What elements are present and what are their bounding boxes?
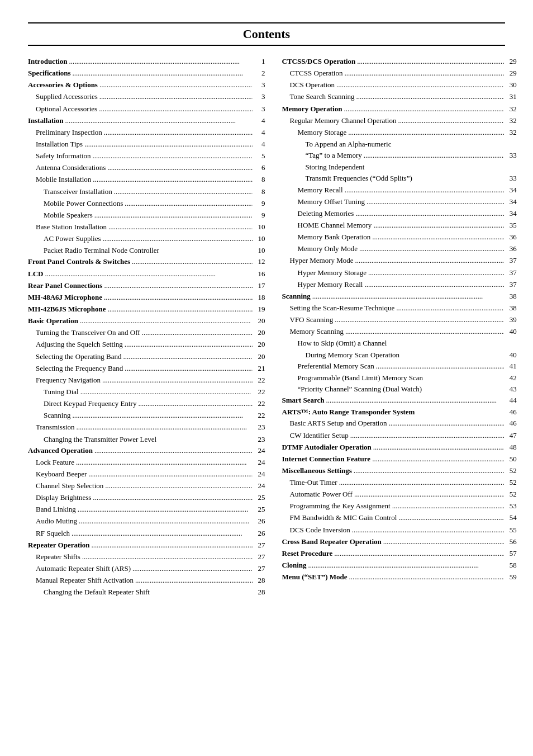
entry-page: 27 bbox=[254, 551, 265, 563]
toc-entry: How to Skip (Omit) a Channel bbox=[282, 338, 517, 349]
entry-dots: ........................................… bbox=[142, 327, 253, 339]
entry-page: 37 bbox=[506, 267, 517, 278]
entry-page: 24 bbox=[254, 445, 265, 456]
toc-entry: Changing the Default Repeater Shift 28 bbox=[28, 587, 265, 598]
toc-entry: LCD ....................................… bbox=[28, 268, 265, 280]
toc-entry: Optional Accessories ...................… bbox=[28, 103, 265, 115]
entry-page: 55 bbox=[506, 525, 517, 536]
toc-entry: ARTS™: Auto Range Transponder System 46 bbox=[282, 407, 517, 418]
entry-dots: ........................................… bbox=[398, 512, 503, 524]
toc-entry: Specifications .........................… bbox=[28, 68, 265, 79]
entry-dots: ........................................… bbox=[349, 571, 504, 583]
entry-label: DCS Code Inversion bbox=[282, 525, 350, 536]
entry-page: 4 bbox=[254, 139, 265, 150]
entry-dots: ........................................… bbox=[359, 243, 504, 255]
entry-label: Memory Offset Tuning bbox=[282, 196, 365, 207]
entry-page: 53 bbox=[506, 500, 517, 512]
entry-dots: ........................................… bbox=[132, 563, 252, 575]
entry-label: Lock Feature bbox=[28, 457, 74, 468]
entry-page: 33 bbox=[506, 150, 517, 161]
entry-dots: ........................................… bbox=[93, 150, 253, 162]
toc-entry: VFO Scanning ...........................… bbox=[282, 314, 517, 326]
entry-page: 22 bbox=[254, 398, 265, 409]
entry-dots: ........................................… bbox=[392, 500, 504, 512]
entry-label: Repeater Shifts bbox=[28, 551, 80, 563]
entry-page: 26 bbox=[254, 516, 265, 527]
entry-dots bbox=[423, 391, 505, 391]
entry-label: To Append an Alpha-numeric bbox=[282, 139, 392, 150]
toc-entry: Installation ...........................… bbox=[28, 115, 265, 127]
entry-label: Changing the Default Repeater Shift bbox=[28, 587, 150, 598]
entry-label: DTMF Autodialer Operation bbox=[282, 442, 372, 453]
toc-entry: Band Linking ...........................… bbox=[28, 504, 265, 516]
entry-label: Scanning bbox=[282, 291, 311, 302]
toc-entry: Automatic Power Off ....................… bbox=[282, 489, 517, 500]
toc-entry: Regular Memory Channel Operation .......… bbox=[282, 115, 517, 127]
entry-dots: ........................................… bbox=[103, 233, 253, 245]
entry-dots: ........................................… bbox=[93, 174, 252, 186]
toc-entry: Setting the Scan-Resume Technique ......… bbox=[282, 303, 517, 314]
toc-entry: Time-Out Timer .........................… bbox=[282, 477, 517, 489]
entry-dots: ........................................… bbox=[354, 465, 504, 477]
entry-label: Storing Independent bbox=[282, 162, 365, 173]
entry-dots: ........................................… bbox=[88, 469, 252, 480]
toc-entry: MH-42B6JS Microphone ...................… bbox=[28, 304, 265, 315]
entry-page: 24 bbox=[254, 480, 265, 492]
entry-page: 57 bbox=[506, 548, 517, 559]
entry-label: Supplied Accessories bbox=[28, 91, 98, 102]
entry-dots: ........................................… bbox=[355, 208, 503, 220]
entry-page: 12 bbox=[254, 256, 265, 267]
entry-dots: ........................................… bbox=[73, 68, 253, 79]
toc-entry: Memory Scanning ........................… bbox=[282, 326, 517, 338]
entry-label: Optional Accessories bbox=[28, 103, 97, 115]
entry-label: Introduction bbox=[28, 56, 68, 67]
entry-dots: ........................................… bbox=[367, 196, 504, 208]
toc-entry: Frequency Navigation ...................… bbox=[28, 375, 265, 386]
entry-page: 3 bbox=[254, 91, 265, 102]
entry-dots: ........................................… bbox=[339, 477, 504, 489]
toc-entry: Programming the Key Assignment .........… bbox=[282, 500, 517, 512]
entry-dots: ........................................… bbox=[92, 540, 253, 551]
entry-dots: ........................................… bbox=[77, 422, 253, 433]
toc-entry: DCS Operation ..........................… bbox=[282, 79, 517, 91]
toc-entry: Memory Offset Tuning ...................… bbox=[282, 196, 517, 208]
entry-page: 39 bbox=[506, 314, 517, 325]
toc-entry: Memory Recall ..........................… bbox=[282, 185, 517, 196]
entry-label: Accessories & Options bbox=[28, 79, 98, 91]
entry-page: 25 bbox=[254, 492, 265, 503]
entry-page: 34 bbox=[506, 185, 517, 196]
toc-entry: Scanning ...............................… bbox=[28, 410, 265, 422]
entry-label: Installation bbox=[28, 115, 64, 126]
entry-page: 29 bbox=[506, 68, 517, 79]
toc-entry: RF Squelch .............................… bbox=[28, 528, 265, 540]
toc-entry: Display Brightness .....................… bbox=[28, 492, 265, 504]
entry-page: 24 bbox=[254, 457, 265, 468]
entry-page: 38 bbox=[506, 291, 517, 302]
entry-dots: ........................................… bbox=[125, 198, 252, 210]
entry-dots bbox=[401, 357, 505, 357]
toc-entry: Hyper Memory Mode ......................… bbox=[282, 255, 517, 267]
entry-page: 21 bbox=[254, 363, 265, 374]
entry-label: ARTS™: Auto Range Transponder System bbox=[282, 407, 415, 418]
entry-label: Basic Operation bbox=[28, 315, 78, 327]
toc-entry: During Memory Scan Operation 40 bbox=[282, 349, 517, 361]
entry-dots: ........................................… bbox=[398, 115, 503, 127]
entry-label: DCS Operation bbox=[282, 79, 335, 91]
entry-label: MH-48A6J Microphone bbox=[28, 292, 102, 303]
entry-page: 27 bbox=[254, 540, 265, 551]
entry-dots: ........................................… bbox=[78, 504, 253, 516]
entry-label: Front Panel Controls & Switches bbox=[28, 256, 130, 267]
entry-dots: ........................................… bbox=[108, 221, 252, 233]
entry-label: Deleting Memories bbox=[282, 208, 354, 219]
toc-entry: CW Identifier Setup ....................… bbox=[282, 430, 517, 442]
entry-dots: ........................................… bbox=[372, 453, 504, 465]
toc-entry: Storing Independent bbox=[282, 162, 517, 173]
entry-dots: ........................................… bbox=[308, 560, 504, 571]
toc-entry: Memory Storage .........................… bbox=[282, 127, 517, 139]
entry-label: Transmission bbox=[28, 422, 75, 433]
entry-label: Scanning bbox=[28, 410, 70, 421]
entry-page: 32 bbox=[506, 127, 517, 138]
entry-page: 8 bbox=[254, 174, 265, 185]
toc-entry: Selecting the Operating Band ...........… bbox=[28, 351, 265, 363]
entry-label: Memory Scanning bbox=[282, 326, 344, 337]
